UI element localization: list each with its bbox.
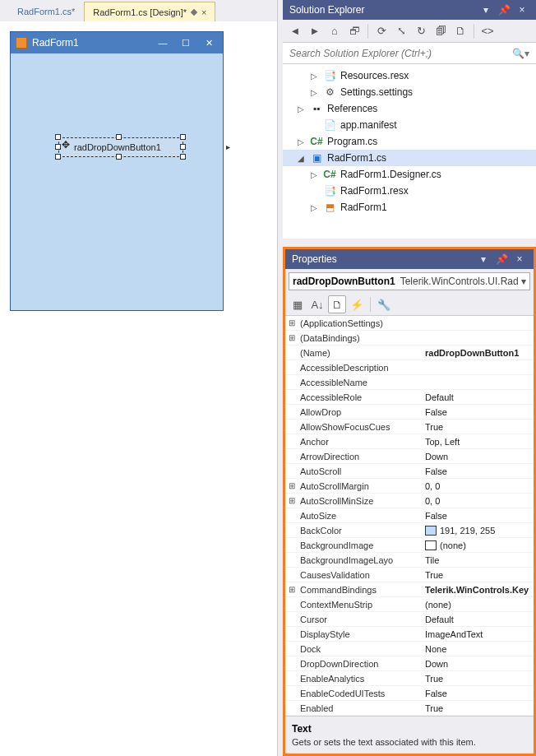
property-row[interactable]: (Name)radDropDownButton1 [285, 346, 534, 360]
property-row[interactable]: AutoScrollFalse [285, 464, 534, 479]
property-row[interactable]: CursorDefault [285, 612, 534, 627]
property-row[interactable]: ⊞CommandBindingsTelerik.WinControls.Key [285, 582, 534, 597]
expand-icon[interactable]: ▷ [309, 72, 319, 81]
expand-icon[interactable]: ⊞ [285, 585, 298, 594]
search-icon[interactable]: 🔍 [512, 48, 524, 59]
show-all-button[interactable]: 🗐 [432, 22, 450, 40]
horizontal-splitter[interactable] [283, 239, 536, 242]
property-row[interactable]: AnchorTop, Left [285, 434, 534, 449]
close-icon[interactable]: × [512, 252, 527, 267]
pin-icon[interactable]: 📌 [494, 252, 509, 267]
alphabetical-button[interactable]: A↓ [308, 295, 326, 313]
expand-icon[interactable]: ◢ [296, 154, 306, 163]
search-dropdown-icon[interactable]: ▾ [524, 48, 529, 59]
resize-handle[interactable] [180, 154, 186, 160]
tree-item[interactable]: ▷📑Resources.resx [283, 67, 536, 84]
expand-icon[interactable]: ▷ [309, 88, 319, 97]
form-titlebar[interactable]: RadForm1 — ☐ ✕ [11, 32, 223, 53]
tab-radform-design[interactable]: RadForm1.cs [Design]* × [84, 2, 215, 21]
move-icon[interactable] [62, 139, 72, 149]
object-selector[interactable]: radDropDownButton1 Telerik.WinControls.U… [289, 272, 530, 290]
smart-tag-arrow-icon[interactable] [226, 141, 234, 149]
property-row[interactable]: EnableAnalyticsTrue [285, 671, 534, 686]
resize-handle[interactable] [116, 154, 122, 160]
expand-icon[interactable]: ▷ [309, 203, 319, 212]
back-button[interactable]: ◄ [286, 22, 304, 40]
property-row[interactable]: ⊞(DataBindings) [285, 331, 534, 346]
property-row[interactable]: DropDownDirectionDown [285, 656, 534, 671]
designer-form[interactable]: RadForm1 — ☐ ✕ radDropDownButton1 [10, 31, 224, 311]
categorized-button[interactable]: ▦ [289, 295, 307, 313]
expand-icon[interactable]: ⊞ [285, 481, 298, 490]
solution-explorer-search[interactable]: 🔍 ▾ [283, 43, 536, 64]
property-row[interactable]: ArrowDirectionDown [285, 449, 534, 464]
designer-surface[interactable]: RadForm1 — ☐ ✕ radDropDownButton1 [0, 21, 277, 756]
property-row[interactable]: ContextMenuStrip(none) [285, 597, 534, 612]
solution-tree[interactable]: ▷📑Resources.resx▷⚙Settings.settings▷▪▪Re… [283, 64, 536, 239]
tab-radform-cs[interactable]: RadForm1.cs* [8, 2, 84, 21]
property-row[interactable]: ⊞AutoScrollMargin0, 0 [285, 479, 534, 494]
tree-item[interactable]: ▷⚙Settings.settings [283, 84, 536, 100]
partial-icon: ⬒ [323, 201, 336, 214]
property-row[interactable]: AutoSizeFalse [285, 508, 534, 523]
property-row[interactable]: AllowShowFocusCuesTrue [285, 420, 534, 434]
property-row[interactable]: AccessibleName [285, 375, 534, 390]
property-pages-button[interactable]: 🔧 [375, 295, 393, 313]
property-row[interactable]: ⊞AutoScrollMinSize0, 0 [285, 494, 534, 508]
collapse-button[interactable]: ⤡ [392, 22, 410, 40]
close-icon[interactable]: × [201, 7, 206, 17]
dropdown-icon[interactable]: ▾ [478, 2, 493, 17]
events-button[interactable]: ⚡ [348, 295, 366, 313]
sync-button[interactable]: 🗗 [345, 22, 363, 40]
tree-item[interactable]: ▷▪▪References [283, 100, 536, 117]
property-row[interactable]: EnabledTrue [285, 701, 534, 716]
resize-handle[interactable] [180, 144, 186, 150]
tree-item[interactable]: 📑RadForm1.resx [283, 183, 536, 199]
property-row[interactable]: AccessibleDescription [285, 360, 534, 375]
property-row[interactable]: ⊞(ApplicationSettings) [285, 316, 534, 331]
property-row[interactable]: DockNone [285, 642, 534, 656]
close-button[interactable]: ✕ [200, 35, 218, 50]
preview-button[interactable]: 🗋 [451, 22, 469, 40]
search-input[interactable] [289, 48, 512, 59]
home-button[interactable]: ⌂ [326, 22, 344, 40]
pin-icon[interactable] [191, 8, 197, 15]
property-row[interactable]: EnableCodedUITestsFalse [285, 686, 534, 701]
scope-button[interactable]: ⟳ [372, 22, 390, 40]
resize-handle[interactable] [55, 154, 61, 160]
tree-item[interactable]: ◢▣RadForm1.cs [283, 150, 536, 166]
property-row[interactable]: BackgroundImageLayoTile [285, 553, 534, 568]
property-row[interactable]: BackColor191, 219, 255 [285, 523, 534, 538]
pin-icon[interactable]: 📌 [497, 2, 511, 17]
property-row[interactable]: BackgroundImage(none) [285, 538, 534, 553]
properties-button[interactable]: 🗋 [328, 295, 346, 313]
resize-handle[interactable] [116, 134, 122, 140]
dropdown-icon[interactable]: ▾ [476, 252, 491, 267]
forward-button[interactable]: ► [306, 22, 324, 40]
expand-icon[interactable]: ▷ [309, 170, 319, 179]
property-row[interactable]: DisplayStyleImageAndText [285, 627, 534, 642]
tree-item[interactable]: ▷⬒RadForm1 [283, 199, 536, 216]
expand-icon[interactable]: ⊞ [285, 318, 298, 327]
tree-item[interactable]: 📄app.manifest [283, 117, 536, 133]
expand-icon[interactable]: ⊞ [285, 333, 298, 342]
code-view-button[interactable]: <> [478, 22, 497, 40]
property-grid[interactable]: ⊞(ApplicationSettings)⊞(DataBindings)(Na… [285, 315, 534, 716]
minimize-button[interactable]: — [154, 35, 172, 50]
resize-handle[interactable] [55, 134, 61, 140]
close-icon[interactable]: × [515, 2, 529, 17]
resize-handle[interactable] [180, 134, 186, 140]
property-row[interactable]: CausesValidationTrue [285, 568, 534, 582]
chevron-down-icon[interactable]: ▾ [521, 276, 526, 287]
expand-icon[interactable]: ▷ [296, 137, 306, 146]
expand-icon[interactable]: ▷ [296, 104, 306, 114]
resize-handle[interactable] [55, 144, 61, 150]
form-client-area[interactable]: radDropDownButton1 [11, 53, 223, 310]
maximize-button[interactable]: ☐ [177, 35, 195, 50]
tree-item[interactable]: ▷C#RadForm1.Designer.cs [283, 166, 536, 183]
expand-icon[interactable]: ⊞ [285, 496, 298, 505]
refresh-button[interactable]: ↻ [412, 22, 430, 40]
property-row[interactable]: AccessibleRoleDefault [285, 390, 534, 405]
tree-item[interactable]: ▷C#Program.cs [283, 133, 536, 150]
property-row[interactable]: AllowDropFalse [285, 405, 534, 420]
